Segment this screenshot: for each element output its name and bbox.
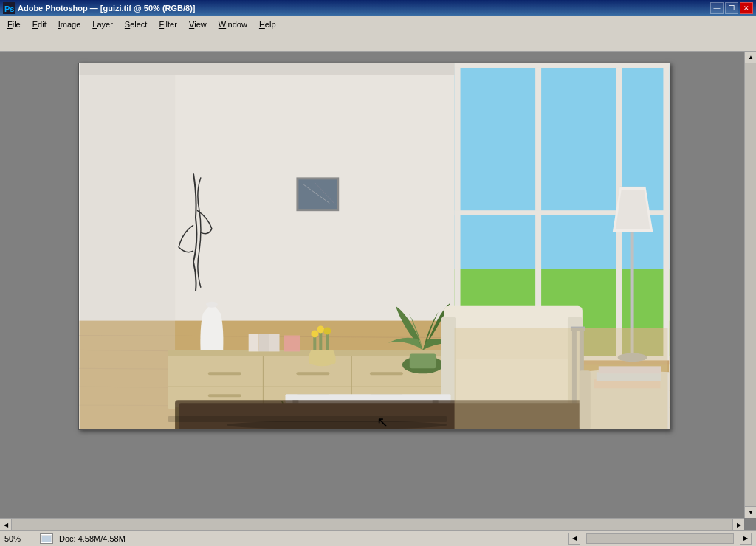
scroll-down-button[interactable]: ▼ (745, 506, 756, 518)
menu-filter[interactable]: Filter (153, 17, 182, 32)
svg-rect-89 (42, 536, 51, 542)
menu-select[interactable]: Select (119, 17, 154, 32)
options-toolbar (0, 32, 756, 52)
svg-rect-32 (370, 372, 403, 375)
close-button[interactable]: ✕ (740, 2, 753, 14)
svg-rect-39 (249, 334, 259, 352)
restore-button[interactable]: ❐ (725, 2, 738, 14)
canvas-container (78, 63, 670, 430)
zoom-level: 50% (4, 534, 34, 543)
svg-rect-85 (80, 63, 455, 75)
svg-point-87 (227, 421, 447, 429)
menu-bar: File Edit Image Layer Select Filter View… (0, 16, 756, 32)
svg-rect-86 (455, 328, 668, 429)
title-bar: Ps Adobe Photoshop — [guizi.tif @ 50% (R… (0, 0, 756, 16)
menu-file[interactable]: File (1, 17, 27, 32)
minimize-button[interactable]: — (710, 2, 724, 14)
svg-point-47 (317, 326, 324, 334)
title-bar-left: Ps Adobe Photoshop — [guizi.tif @ 50% (R… (3, 2, 196, 14)
scrollbar-right[interactable]: ▲ ▼ (744, 52, 756, 518)
svg-point-48 (323, 328, 331, 335)
status-bar: 50% Doc: 4.58M/4.58M ◀ ▶ (0, 530, 756, 546)
scroll-right-button[interactable]: ▶ (732, 519, 744, 531)
scrollbar-bottom[interactable]: ◀ ▶ (0, 518, 744, 530)
status-icon (40, 533, 53, 544)
svg-rect-27 (168, 350, 447, 356)
svg-rect-42 (284, 336, 300, 352)
status-scrollbar[interactable] (586, 533, 734, 544)
svg-text:Ps: Ps (4, 4, 14, 13)
status-next-button[interactable]: ▶ (740, 533, 752, 545)
svg-rect-31 (296, 372, 329, 375)
status-prev-button[interactable]: ◀ (568, 533, 580, 545)
svg-point-46 (311, 331, 318, 338)
svg-rect-34 (208, 394, 241, 397)
menu-view[interactable]: View (183, 17, 213, 32)
svg-rect-30 (208, 372, 241, 375)
title-bar-controls[interactable]: — ❐ ✕ (710, 2, 753, 14)
scroll-left-button[interactable]: ◀ (0, 519, 12, 531)
svg-rect-19 (80, 63, 175, 429)
scroll-up-button[interactable]: ▲ (745, 52, 756, 63)
doc-info: Doc: 4.58M/4.58M (59, 534, 308, 543)
menu-layer[interactable]: Layer (86, 17, 119, 32)
svg-rect-40 (259, 334, 269, 352)
svg-rect-16 (455, 63, 670, 68)
svg-rect-9 (455, 63, 670, 269)
svg-rect-54 (441, 317, 456, 406)
svg-rect-15 (663, 63, 669, 357)
workspace: ↖ (0, 52, 756, 530)
window-title: Adobe Photoshop — [guizi.tif @ 50% (RGB/… (18, 4, 196, 13)
photoshop-icon: Ps (3, 2, 15, 14)
menu-window[interactable]: Window (213, 17, 253, 32)
menu-image[interactable]: Image (52, 17, 87, 32)
svg-rect-41 (269, 334, 280, 352)
svg-point-25 (206, 302, 218, 308)
menu-help[interactable]: Help (253, 17, 282, 32)
svg-rect-50 (410, 353, 436, 368)
room-image (79, 63, 670, 429)
menu-edit[interactable]: Edit (27, 17, 52, 32)
